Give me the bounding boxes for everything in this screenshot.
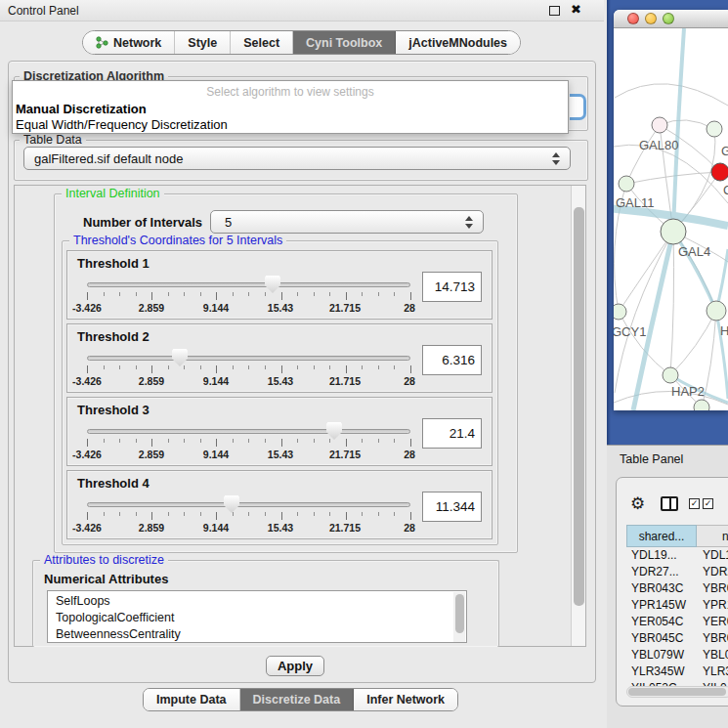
table-row[interactable]: YDL19... YDL1 (626, 547, 728, 564)
cell-name[interactable]: YDR2 (703, 565, 728, 578)
network-node-gal4[interactable] (661, 219, 686, 244)
table-row[interactable]: YER054C YER0 (626, 614, 728, 630)
list-item[interactable]: SelfLoops (56, 594, 110, 608)
table-row[interactable]: YBR043C YBR0 (626, 580, 728, 597)
number-of-intervals-spinner[interactable]: 5 (210, 210, 484, 234)
node-label-gal80: GAL80 (639, 138, 678, 152)
tab-impute-data[interactable]: Impute Data (144, 689, 240, 710)
settings-vertical-scrollbar[interactable] (571, 186, 585, 646)
threshold-3-slider-handle[interactable] (326, 422, 342, 440)
cell-name[interactable]: YBR0 (703, 631, 728, 645)
float-window-icon[interactable] (549, 6, 560, 16)
cell-name[interactable]: YER0 (703, 615, 728, 628)
number-of-intervals-value: 5 (225, 215, 232, 230)
network-node[interactable] (694, 400, 709, 410)
number-of-intervals-label: Number of Intervals (83, 215, 202, 230)
spinner-arrows-icon[interactable] (465, 216, 474, 229)
table-scrollbar-thumb[interactable] (628, 688, 726, 696)
threshold-2-slider-track[interactable] (87, 356, 410, 361)
table-row[interactable]: YBL079W YBL0 (626, 647, 728, 664)
tab-network[interactable]: Network (83, 31, 175, 54)
node-label-partial: C (723, 183, 728, 197)
apply-button[interactable]: Apply (266, 656, 324, 676)
list-scrollbar[interactable] (453, 592, 465, 643)
list-scrollbar-thumb[interactable] (455, 594, 464, 633)
split-column-icon[interactable] (661, 496, 678, 511)
network-node[interactable] (707, 301, 726, 321)
cell-name[interactable]: YBL0 (703, 648, 728, 662)
threshold-1-slider-track[interactable] (87, 282, 410, 287)
cell-name[interactable]: YLR3 (703, 664, 728, 678)
tab-network-label: Network (113, 36, 161, 50)
cell-shared-name[interactable]: YPR145W (631, 598, 686, 612)
attributes-listbox[interactable]: SelfLoops TopologicalCoefficient Between… (47, 590, 467, 643)
network-node-gal11[interactable] (619, 176, 634, 192)
cell-shared-name[interactable]: YLR345W (631, 664, 685, 678)
cell-shared-name[interactable]: YDL19... (631, 548, 677, 562)
tab-discretize-data[interactable]: Discretize Data (240, 689, 355, 710)
table-row[interactable]: YPR145W YPR1 (626, 597, 728, 614)
tick-label: 9.144 (203, 302, 229, 314)
mac-zoom-icon[interactable] (663, 13, 674, 24)
network-canvas[interactable]: GAL80 GA C GAL11 GAL4 GCY1 H HAP2 (614, 28, 728, 410)
algorithm-option-manual[interactable]: Manual Discretization (16, 102, 147, 116)
cell-shared-name[interactable]: YER054C (631, 615, 683, 628)
tick-label: 9.144 (203, 522, 229, 534)
gear-icon[interactable]: ⚙ (630, 495, 645, 512)
threshold-3-slider-track[interactable] (87, 429, 410, 434)
threshold-4-slider-handle[interactable] (224, 495, 239, 513)
slider-major-ticks (87, 439, 411, 447)
table-data-combobox[interactable]: galFiltered.sif default node (23, 147, 571, 170)
cell-name[interactable]: YBR0 (703, 581, 728, 595)
threshold-2-value-field[interactable]: 6.316 (422, 345, 482, 375)
cell-name[interactable]: YPR1 (703, 598, 728, 612)
tab-style-label: Style (188, 36, 217, 50)
tick-label: 2.859 (139, 375, 164, 387)
tab-select[interactable]: Select (231, 31, 293, 54)
algorithm-option-equal-width[interactable]: Equal Width/Frequency Discretization (16, 117, 228, 132)
tick-label: 28 (404, 449, 415, 460)
column-header-shared-name[interactable]: shared... (626, 525, 697, 547)
mac-close-icon[interactable] (627, 13, 639, 24)
network-node[interactable] (707, 121, 722, 137)
table-horizontal-scrollbar[interactable] (626, 686, 728, 698)
column-header-name[interactable]: n (697, 525, 728, 547)
close-icon[interactable]: ✖ (571, 2, 581, 17)
algorithm-combobox-focused-edge[interactable] (570, 94, 586, 120)
tab-jactivemnodules[interactable]: jActiveMNodules (396, 31, 520, 54)
tick-label: 15.43 (268, 449, 293, 460)
threshold-3-value-field[interactable]: 21.4 (422, 418, 482, 449)
attributes-group-label: Attributes to discretize (40, 554, 168, 567)
cell-shared-name[interactable]: YDR27... (631, 565, 679, 578)
settings-scrollbar-thumb[interactable] (574, 207, 584, 606)
cell-name[interactable]: YDL1 (703, 548, 728, 562)
threshold-4-slider-track[interactable] (87, 502, 410, 507)
table-row[interactable]: YLR345W YLR3 (626, 664, 728, 680)
checkbox-icon[interactable]: ✓ (703, 498, 713, 509)
tab-discretize-data-label: Discretize Data (253, 693, 341, 707)
cell-shared-name[interactable]: YBL079W (631, 648, 684, 662)
tab-cyni-toolbox[interactable]: Cyni Toolbox (293, 31, 396, 54)
table-row[interactable]: YDR27... YDR2 (626, 564, 728, 580)
list-item[interactable]: TopologicalCoefficient (56, 611, 174, 624)
tab-style[interactable]: Style (175, 31, 231, 54)
cell-shared-name[interactable]: YBR043C (631, 581, 683, 595)
list-item[interactable]: BetweennessCentrality (56, 627, 181, 641)
cell-shared-name[interactable]: YBR045C (631, 631, 683, 645)
network-node-gal80[interactable] (652, 117, 667, 133)
network-window-titlebar[interactable] (614, 10, 728, 28)
tick-label: 2.859 (139, 302, 164, 314)
threshold-1-value-field[interactable]: 14.713 (422, 272, 482, 302)
threshold-2-slider-handle[interactable] (172, 349, 188, 366)
network-node-gcy1[interactable] (614, 304, 626, 320)
threshold-1-slider-handle[interactable] (265, 276, 280, 293)
mac-minimize-icon[interactable] (645, 13, 657, 24)
checkbox-icon[interactable]: ✓ (689, 498, 700, 509)
threshold-4-value-field[interactable]: 11.344 (422, 492, 482, 522)
tab-infer-network[interactable]: Infer Network (354, 689, 457, 710)
table-row[interactable]: YBR045C YBR0 (626, 630, 728, 647)
tick-label: -3.426 (72, 302, 102, 314)
tick-label: 2.859 (139, 522, 164, 534)
network-node-hap2[interactable] (663, 367, 678, 383)
network-node-selected-red[interactable] (711, 163, 728, 181)
